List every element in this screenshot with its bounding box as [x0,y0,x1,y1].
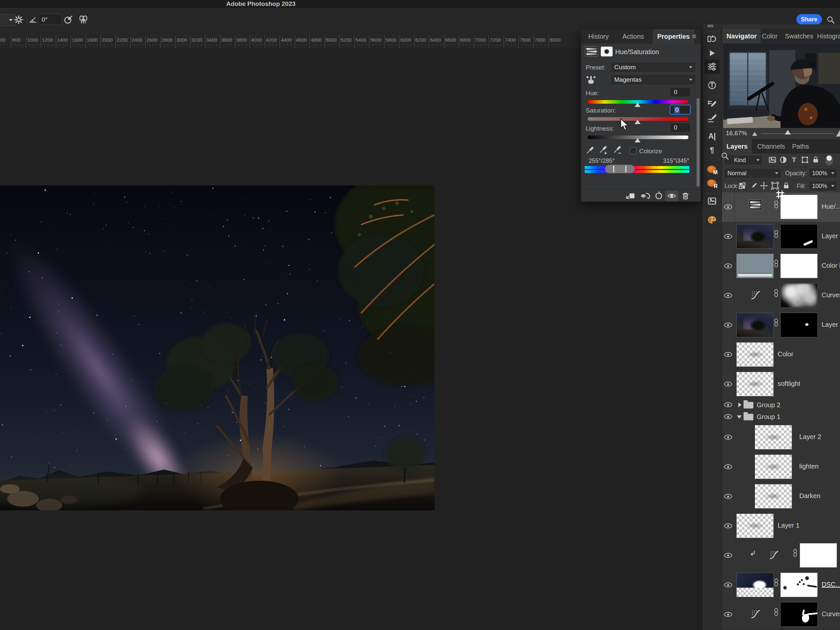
channel-dropdown[interactable]: Magentas [610,74,696,85]
layer-row[interactable]: Curves 2 [722,600,840,630]
layer-name[interactable]: Layer 4 [822,232,840,240]
visibility-eye-icon[interactable] [724,382,732,387]
layer-name[interactable]: Curves 2 [822,610,840,618]
mask-link-icon[interactable] [774,289,778,298]
tab-color[interactable]: Color [758,29,782,43]
visibility-eye-icon[interactable] [724,464,732,469]
collapse-dock-icon[interactable]: «« [707,22,713,29]
zoom-percentage[interactable]: 16,67% [726,129,747,137]
actions-panel-icon[interactable] [704,46,720,60]
plugin-m-panel-icon[interactable]: M [704,163,720,178]
fill-dropdown[interactable]: 100% [808,181,837,191]
info-panel-icon[interactable] [704,78,720,93]
mask-link-icon[interactable] [793,549,797,557]
layer-row[interactable]: DSC...sk [722,570,840,600]
zoom-out-icon[interactable] [752,132,757,136]
share-button[interactable]: Share [796,14,822,25]
opacity-dropdown[interactable]: 100% [808,168,837,178]
layer-row[interactable]: Color Fil [722,251,840,281]
blend-mode-dropdown[interactable]: Normal [724,168,781,178]
brushes-panel-icon[interactable] [704,111,720,125]
lock-transparency-icon[interactable] [737,181,747,190]
saturation-slider-thumb[interactable] [635,120,641,124]
toggle-visibility-icon[interactable] [665,191,678,201]
lightness-input[interactable]: 0 [670,123,691,133]
filter-type-layers-icon[interactable]: T [789,155,799,164]
tab-actions[interactable]: Actions [618,29,649,44]
color-themes-panel-icon[interactable] [704,213,720,227]
document-image[interactable] [0,185,434,510]
filter-toggle-switch[interactable] [826,155,833,165]
visibility-eye-icon[interactable] [724,523,732,528]
zoom-slider-track[interactable] [761,133,834,134]
hue-slider-thumb[interactable] [635,103,641,107]
clip-to-layer-icon[interactable] [624,191,637,201]
layer-row[interactable]: Layer 3 [722,310,840,340]
visibility-eye-icon[interactable] [724,583,732,587]
hue-range-handles[interactable] [605,165,635,173]
visibility-eye-icon[interactable] [724,414,732,419]
preset-dropdown[interactable]: Custom [610,62,696,73]
properties-panel-icon[interactable] [704,59,720,74]
zoom-in-icon[interactable] [836,130,840,136]
layer-row[interactable]: Layer 1 [722,511,840,541]
mask-link-icon[interactable] [774,259,778,268]
panel-menu-icon[interactable]: ≡ [692,32,696,41]
tab-history[interactable]: History [584,29,613,44]
curves-adjustment-icon[interactable] [750,290,762,300]
curves-adjustment-icon[interactable] [750,609,762,619]
layer-row[interactable]: Group 2 [722,399,840,411]
visibility-eye-icon[interactable] [724,322,732,327]
filter-pixel-layers-icon[interactable] [768,155,777,164]
layer-name[interactable]: Color Fil [822,262,840,269]
layer-name[interactable]: Layer 1 [778,522,800,529]
layer-name[interactable]: Color [778,351,793,358]
paragraph-panel-icon[interactable]: ¶ [704,143,720,158]
gear-icon[interactable] [11,13,26,27]
visibility-eye-icon[interactable] [724,435,732,440]
history-panel-icon[interactable] [704,32,720,46]
group-disclosure-icon[interactable] [738,403,742,407]
visibility-eye-icon[interactable] [724,293,732,298]
layer-name[interactable]: Layer 3 [822,321,840,328]
hue-input[interactable]: 0 [670,87,691,97]
visibility-eye-icon[interactable] [724,612,732,617]
tab-swatches[interactable]: Swatches [781,29,817,43]
mask-link-icon[interactable] [774,319,778,327]
layer-row[interactable]: softlight [722,369,840,399]
view-previous-state-icon[interactable] [639,191,652,201]
layer-name[interactable]: Group 1 [757,413,780,421]
visibility-eye-icon[interactable] [724,553,732,558]
smoothing-icon[interactable] [61,13,76,27]
character-panel-icon[interactable]: A| [704,129,720,144]
symmetry-butterfly-icon[interactable] [76,13,91,27]
layer-row[interactable]: Group 1 [722,411,840,423]
visibility-eye-icon[interactable] [724,234,732,239]
libraries-panel-icon[interactable] [704,194,720,208]
properties-scrollbar[interactable] [696,98,699,187]
tab-histogram[interactable]: Histogram [813,29,840,43]
group-disclosure-icon[interactable] [737,415,742,419]
layer-row[interactable]: Color [722,340,840,370]
visibility-eye-icon[interactable] [724,352,732,357]
lock-pixels-icon[interactable] [749,181,758,190]
filter-shape-layers-icon[interactable] [800,155,810,164]
layer-row[interactable]: lighten [722,452,840,482]
layer-name[interactable]: Layer 2 [799,433,821,441]
delete-adjustment-icon[interactable] [679,191,692,201]
eyedropper-add-icon[interactable] [595,143,611,158]
layer-name[interactable]: DSC...sk [822,581,840,588]
lock-all-icon[interactable] [782,181,791,190]
huesat-adjustment-icon[interactable] [749,199,762,210]
targeted-adjustment-icon[interactable] [583,73,598,87]
curves-adjustment-icon[interactable] [768,550,780,560]
filter-kind-dropdown[interactable]: Kind [724,155,763,165]
layer-name[interactable]: Group 2 [757,401,780,409]
tab-channels[interactable]: Channels [753,139,789,153]
layer-row[interactable]: Hue/...n [722,192,840,222]
tab-navigator[interactable]: Navigator [723,29,761,43]
lightness-slider-thumb[interactable] [635,138,641,142]
layer-name[interactable]: softlight [778,380,800,387]
reset-adjustment-icon[interactable] [652,191,665,201]
lock-artboard-icon[interactable] [771,181,780,190]
